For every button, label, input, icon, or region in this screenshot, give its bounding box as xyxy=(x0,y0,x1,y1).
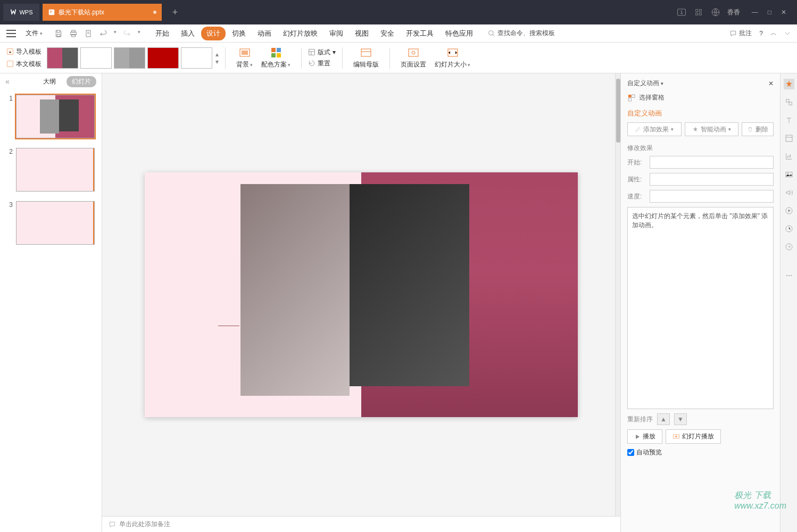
ribbon-options-button[interactable] xyxy=(784,30,791,37)
notes-pane[interactable]: 单击此处添加备注 xyxy=(102,516,620,532)
template-thumb-3[interactable] xyxy=(114,47,145,69)
delete-effect-button[interactable]: 删除 xyxy=(742,122,774,136)
property-select[interactable] xyxy=(650,173,774,186)
wps-home-button[interactable]: WPS xyxy=(3,4,39,21)
page-setup-button[interactable]: 页面设置 xyxy=(396,46,430,69)
document-tab[interactable]: P 极光下载站.pptx xyxy=(43,4,162,21)
minimize-button[interactable]: — xyxy=(752,9,758,16)
redo-icon[interactable] xyxy=(123,29,131,38)
template-thumb-5[interactable] xyxy=(181,47,212,69)
background-button[interactable]: 背景▾ xyxy=(232,46,257,69)
tool-text-icon[interactable] xyxy=(784,115,794,126)
play-button[interactable]: 播放 xyxy=(627,429,662,444)
globe-icon[interactable] xyxy=(710,7,721,18)
pane-close-button[interactable]: ✕ xyxy=(768,80,774,87)
tool-chart-icon[interactable] xyxy=(784,151,794,162)
help-button[interactable]: ? xyxy=(759,30,763,37)
menu-security[interactable]: 安全 xyxy=(375,27,400,40)
slide-thumb-2[interactable]: 2 xyxy=(6,148,95,192)
svg-rect-24 xyxy=(786,172,792,177)
grid-icon[interactable] xyxy=(693,7,704,18)
collapse-panel-button[interactable]: « xyxy=(5,77,10,86)
outline-tab[interactable]: 大纲 xyxy=(38,76,61,87)
undo-dropdown[interactable]: ▾ xyxy=(114,29,117,38)
save-icon[interactable] xyxy=(54,29,63,38)
smart-animation-button[interactable]: 智能动画▾ xyxy=(685,122,739,136)
print-preview-icon[interactable] xyxy=(84,29,93,38)
tool-history-icon[interactable] xyxy=(784,223,794,234)
slideshow-play-button[interactable]: 幻灯片播放 xyxy=(666,429,721,444)
undo-icon[interactable] xyxy=(99,29,107,38)
layout-button[interactable]: 版式▾ xyxy=(308,48,336,57)
menu-review[interactable]: 审阅 xyxy=(324,27,348,40)
menu-devtools[interactable]: 开发工具 xyxy=(401,27,439,40)
move-up-button[interactable]: ▲ xyxy=(657,413,670,425)
tool-shape-icon[interactable] xyxy=(784,97,794,107)
selection-pane-button[interactable]: 选择窗格 xyxy=(627,93,774,102)
qat-customize[interactable]: ▾ xyxy=(138,29,140,38)
tool-more-icon[interactable]: ⋯ xyxy=(784,270,794,281)
ribbon: 导入模板 本文模板 ▴▾ 背景▾ 配色方案▾ 版式▾ 重置 编辑母版 页面设置 … xyxy=(0,43,797,73)
collapse-ribbon-button[interactable]: ︿ xyxy=(770,29,777,38)
template-thumb-2[interactable] xyxy=(80,47,112,69)
canvas-area: 单击此处添加备注 xyxy=(102,73,620,532)
print-icon[interactable] xyxy=(69,29,78,38)
modify-effect-label: 修改效果 xyxy=(627,144,774,153)
menu-slideshow[interactable]: 幻灯片放映 xyxy=(278,27,323,40)
menu-design[interactable]: 设计 xyxy=(201,27,226,40)
annotate-button[interactable]: 批注 xyxy=(729,29,752,38)
tool-media-icon[interactable] xyxy=(784,205,794,216)
menu-view[interactable]: 视图 xyxy=(350,27,374,40)
new-tab-button[interactable]: + xyxy=(167,4,183,20)
photo-1[interactable] xyxy=(240,184,350,396)
maximize-button[interactable]: □ xyxy=(768,9,771,16)
tool-image-icon[interactable] xyxy=(784,169,794,180)
slide-canvas[interactable] xyxy=(102,73,620,516)
template-thumb-1[interactable] xyxy=(47,47,78,69)
slide-thumb-1[interactable]: 1 xyxy=(6,95,95,138)
slide-thumb-3[interactable]: 3 xyxy=(6,201,95,245)
tool-animation-icon[interactable] xyxy=(784,79,794,89)
gallery-up[interactable]: ▴ xyxy=(215,51,219,58)
add-effect-button[interactable]: 添加效果▾ xyxy=(627,122,682,136)
menu-insert[interactable]: 插入 xyxy=(176,27,200,40)
slides-tab[interactable]: 幻灯片 xyxy=(67,76,96,87)
edit-master-button[interactable]: 编辑母版 xyxy=(349,46,383,69)
photo-2[interactable] xyxy=(350,184,469,386)
start-label: 开始: xyxy=(627,158,646,167)
auto-preview-checkbox[interactable] xyxy=(627,449,634,456)
menu-transition[interactable]: 切换 xyxy=(227,27,251,40)
animation-subtitle: 自定义动画 xyxy=(627,109,774,118)
speed-select[interactable] xyxy=(650,190,774,203)
move-down-button[interactable]: ▼ xyxy=(674,413,687,425)
menu-start[interactable]: 开始 xyxy=(150,27,175,40)
color-scheme-button[interactable]: 配色方案▾ xyxy=(257,46,295,69)
reset-button[interactable]: 重置 xyxy=(308,59,336,68)
tool-layout-icon[interactable] xyxy=(784,133,794,144)
tool-help-icon[interactable]: ? xyxy=(784,242,794,252)
menu-animation[interactable]: 动画 xyxy=(252,27,277,40)
svg-rect-14 xyxy=(309,49,315,55)
svg-point-17 xyxy=(412,51,415,54)
command-search[interactable]: 查找命令、搜索模板 xyxy=(488,29,555,38)
tool-audio-icon[interactable] xyxy=(784,187,794,198)
svg-text:1: 1 xyxy=(680,10,683,15)
gallery-down[interactable]: ▾ xyxy=(215,58,219,65)
badge-1-icon[interactable]: 1 xyxy=(676,7,687,18)
local-template-button[interactable]: 本文模板 xyxy=(6,60,41,69)
reorder-label: 重新排序 xyxy=(627,415,653,424)
animation-hint: 选中幻灯片的某个元素，然后单击 "添加效果" 添加动画。 xyxy=(627,207,774,409)
canvas-scrollbar[interactable] xyxy=(615,73,620,516)
close-button[interactable]: ✕ xyxy=(781,9,786,16)
import-template-button[interactable]: 导入模板 xyxy=(6,47,41,56)
user-name[interactable]: 香香 xyxy=(727,8,740,17)
file-menu[interactable]: 文件 ▾ xyxy=(21,28,47,39)
hamburger-icon[interactable] xyxy=(6,30,16,37)
menu-special[interactable]: 特色应用 xyxy=(440,27,478,40)
template-thumb-4[interactable] xyxy=(147,47,179,69)
svg-rect-13 xyxy=(277,53,281,57)
slide-size-button[interactable]: 幻灯片大小▾ xyxy=(430,46,475,69)
selection-icon xyxy=(627,94,636,102)
star-icon xyxy=(692,126,699,132)
start-select[interactable] xyxy=(650,156,774,169)
